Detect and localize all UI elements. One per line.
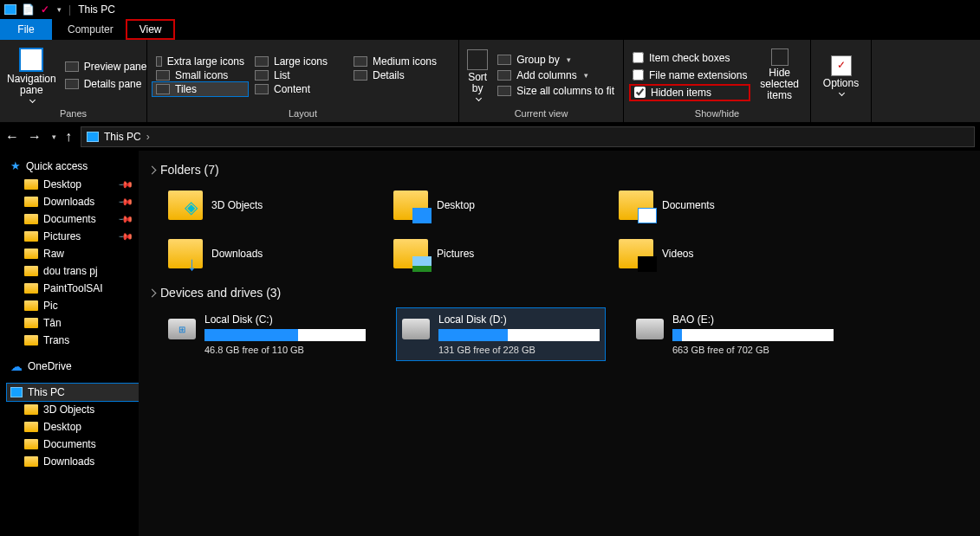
tab-computer[interactable]: Computer xyxy=(55,19,126,40)
group-by-button[interactable]: Group by▾ xyxy=(494,53,618,67)
sidebar-item-documents[interactable]: Documents📌 xyxy=(7,210,139,228)
qat-icon-1[interactable]: 📄 xyxy=(21,3,35,16)
hidden-items-toggle[interactable]: Hidden items xyxy=(629,84,750,101)
folder-icon xyxy=(24,214,38,224)
qat-icon-2[interactable]: ✓ xyxy=(38,3,52,16)
folder-tile-3d-objects[interactable]: ◈3D Objects xyxy=(163,185,362,225)
sidebar-item-dou-trans-pj[interactable]: dou trans pj xyxy=(7,262,139,280)
folder-icon xyxy=(24,179,38,190)
folder-icon xyxy=(393,191,428,220)
navigation-pane-button[interactable]: Navigation pane xyxy=(5,43,58,107)
chevron-down-icon[interactable]: ▾ xyxy=(57,5,62,14)
drive-name: BAO (E:) xyxy=(672,313,834,326)
folder-icon xyxy=(24,439,38,449)
folder-name: Desktop xyxy=(437,199,475,211)
layout-medium-icons[interactable]: Medium icons xyxy=(350,55,445,68)
folder-name: 3D Objects xyxy=(211,199,263,211)
cloud-icon: ☁ xyxy=(10,359,23,373)
file-name-extensions-toggle[interactable]: File name extensions xyxy=(629,67,750,84)
title-bar: 📄 ✓ ▾ | This PC xyxy=(0,0,980,19)
sidebar-item-3d-objects[interactable]: 3D Objects xyxy=(7,401,139,418)
sidebar-item-desktop[interactable]: Desktop📌 xyxy=(7,176,139,193)
sidebar-quick-access[interactable]: ★Quick access xyxy=(7,156,139,176)
layout-tiles[interactable]: Tiles xyxy=(153,82,248,96)
sidebar-item-trans[interactable]: Trans xyxy=(7,332,139,349)
hide-selected-items-button[interactable]: Hide selected items xyxy=(754,43,805,107)
layout-details[interactable]: Details xyxy=(350,68,445,82)
layout-small-icons[interactable]: Small icons xyxy=(153,68,248,82)
drive-usage-bar xyxy=(672,329,834,341)
sidebar-item-downloads[interactable]: Downloads xyxy=(7,453,139,470)
sidebar-item-painttoolsai[interactable]: PaintToolSAI xyxy=(7,280,139,297)
sidebar-item-label: Raw xyxy=(43,248,64,260)
forward-button[interactable]: → xyxy=(28,129,42,145)
sidebar-item-label: Downloads xyxy=(43,455,94,468)
breadcrumb-chevron-icon[interactable]: › xyxy=(146,131,150,143)
sidebar-item-desktop[interactable]: Desktop xyxy=(7,418,139,436)
sidebar-item-downloads[interactable]: Downloads📌 xyxy=(7,193,139,210)
navigation-sidebar: ★Quick access Desktop📌Downloads📌Document… xyxy=(0,151,139,536)
layout-large-icons[interactable]: Large icons xyxy=(251,55,347,68)
back-button[interactable]: ← xyxy=(5,129,19,145)
sidebar-item-label: Tân xyxy=(43,317,62,329)
breadcrumb-root[interactable]: This PC xyxy=(104,131,141,143)
system-menu-icon[interactable] xyxy=(3,3,17,16)
main-view[interactable]: Folders (7) ◈3D ObjectsDesktopDocuments↓… xyxy=(139,151,980,536)
sidebar-item-raw[interactable]: Raw xyxy=(7,245,139,262)
folder-overlay-icon xyxy=(638,256,657,272)
this-pc-icon xyxy=(87,132,99,142)
ribbon-group-options: ✓ Options xyxy=(811,40,872,122)
folder-tile-desktop[interactable]: Desktop xyxy=(388,185,587,225)
add-columns-button[interactable]: Add columns▾ xyxy=(494,68,618,82)
download-arrow-icon: ↓ xyxy=(187,256,206,272)
sidebar-this-pc[interactable]: This PC xyxy=(7,384,139,401)
details-pane-button[interactable]: Details pane xyxy=(62,77,151,91)
size-all-columns-button[interactable]: Size all columns to fit xyxy=(494,84,618,98)
tab-file[interactable]: File xyxy=(0,19,52,40)
up-button[interactable]: ↑ xyxy=(65,129,72,145)
drive-tile[interactable]: Local Disk (D:)131 GB free of 228 GB xyxy=(397,308,605,360)
sidebar-item-pictures[interactable]: Pictures📌 xyxy=(7,228,139,245)
sidebar-item-documents[interactable]: Documents xyxy=(7,436,139,453)
drive-tile[interactable]: BAO (E:)663 GB free of 702 GB xyxy=(631,308,839,360)
folder-tile-downloads[interactable]: ↓Downloads xyxy=(163,234,362,274)
sidebar-item-label: Desktop xyxy=(43,421,81,433)
options-button[interactable]: ✓ Options xyxy=(816,43,866,107)
sidebar-item-pic[interactable]: Pic xyxy=(7,297,139,314)
folder-icon xyxy=(619,191,653,220)
ribbon-group-panes: Navigation pane Preview pane Details pan… xyxy=(0,40,147,122)
drive-icon xyxy=(636,319,664,339)
folder-name: Documents xyxy=(662,199,715,211)
address-bar[interactable]: This PC › xyxy=(81,126,975,147)
chevron-down-icon xyxy=(148,288,157,297)
folder-icon xyxy=(619,239,653,268)
folder-tile-documents[interactable]: Documents xyxy=(613,185,813,225)
preview-pane-button[interactable]: Preview pane xyxy=(62,60,151,74)
folders-grid: ◈3D ObjectsDesktopDocuments↓DownloadsPic… xyxy=(163,185,970,274)
sort-by-button[interactable]: Sort by xyxy=(464,43,490,107)
sidebar-item-label: PaintToolSAI xyxy=(43,282,103,294)
layout-extra-large-icons[interactable]: Extra large icons xyxy=(153,55,248,68)
folder-icon xyxy=(24,404,38,415)
folder-tile-pictures[interactable]: Pictures xyxy=(388,234,587,274)
layout-content[interactable]: Content xyxy=(251,82,347,96)
group-label-panes: Panes xyxy=(5,107,141,122)
folder-name: Pictures xyxy=(437,248,474,260)
history-dropdown[interactable]: ▾ xyxy=(52,132,56,141)
sidebar-onedrive[interactable]: ☁OneDrive xyxy=(7,356,139,377)
sidebar-item-label: Trans xyxy=(43,334,69,346)
folder-overlay-icon xyxy=(638,208,657,223)
item-check-boxes-toggle[interactable]: Item check boxes xyxy=(629,49,750,67)
star-icon: ★ xyxy=(10,159,21,172)
section-folders-header[interactable]: Folders (7) xyxy=(149,163,970,177)
section-drives-header[interactable]: Devices and drives (3) xyxy=(149,286,970,300)
tab-view[interactable]: View xyxy=(126,19,176,40)
sidebar-item-label: Pictures xyxy=(43,230,81,242)
folder-tile-videos[interactable]: Videos xyxy=(613,234,813,274)
group-label-current-view: Current view xyxy=(464,107,618,122)
sidebar-item-tân[interactable]: Tân xyxy=(7,314,139,332)
drive-tile[interactable]: ⊞Local Disk (C:)46.8 GB free of 110 GB xyxy=(163,308,371,360)
chevron-down-icon xyxy=(29,97,36,103)
layout-list[interactable]: List xyxy=(251,68,347,82)
pin-icon: 📌 xyxy=(117,176,133,192)
